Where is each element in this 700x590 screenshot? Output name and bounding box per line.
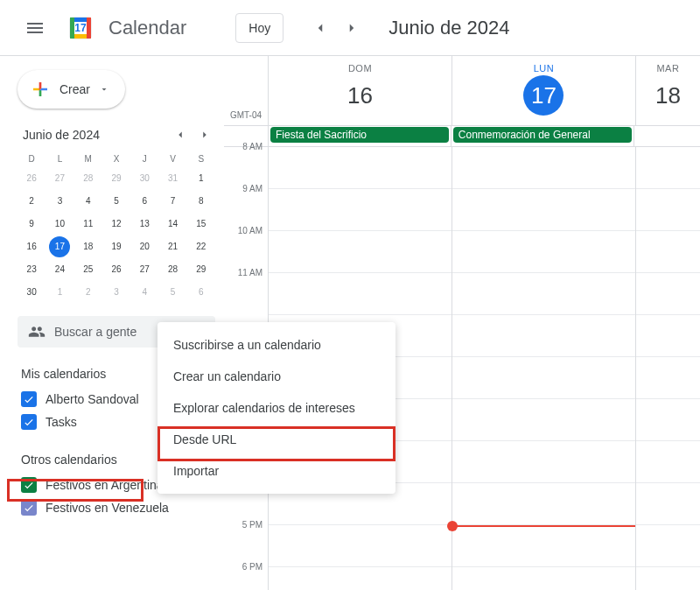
- next-period-button[interactable]: [336, 12, 368, 44]
- hour-cell[interactable]: [636, 399, 700, 441]
- hour-cell[interactable]: [452, 399, 635, 441]
- popup-menu-item[interactable]: Importar: [158, 455, 396, 487]
- day-header[interactable]: MAR18: [635, 56, 700, 125]
- allday-cell[interactable]: Conmemoración de General: [451, 126, 634, 146]
- mini-cal-day[interactable]: 25: [78, 259, 99, 280]
- mini-cal-day[interactable]: 29: [191, 259, 212, 280]
- hour-cell[interactable]: [636, 441, 700, 483]
- mini-cal-day[interactable]: 12: [106, 214, 127, 235]
- hour-cell[interactable]: [636, 189, 700, 231]
- hour-cell[interactable]: [269, 147, 452, 189]
- main-menu-button[interactable]: [14, 7, 56, 49]
- mini-cal-day[interactable]: 4: [134, 282, 155, 303]
- hour-cell[interactable]: [452, 273, 635, 315]
- hour-cell[interactable]: [452, 189, 635, 231]
- hour-cell[interactable]: [452, 567, 635, 590]
- mini-cal-day[interactable]: 26: [106, 259, 127, 280]
- mini-cal-day[interactable]: 4: [78, 191, 99, 212]
- mini-cal-day[interactable]: 16: [21, 236, 42, 257]
- mini-cal-day[interactable]: 29: [106, 168, 127, 189]
- mini-cal-day[interactable]: 3: [49, 191, 70, 212]
- hour-cell[interactable]: [269, 567, 452, 590]
- allday-event-chip[interactable]: Conmemoración de General: [453, 127, 632, 143]
- mini-cal-day[interactable]: 17: [49, 236, 70, 257]
- mini-cal-day[interactable]: 14: [163, 214, 184, 235]
- hour-cell[interactable]: [452, 231, 635, 273]
- allday-cell[interactable]: [634, 126, 700, 146]
- mini-cal-day[interactable]: 31: [163, 168, 184, 189]
- mini-cal-day[interactable]: 28: [163, 259, 184, 280]
- mini-cal-next-button[interactable]: [194, 124, 215, 145]
- hour-cell[interactable]: [636, 147, 700, 189]
- popup-menu-item[interactable]: Crear un calendario: [158, 361, 396, 392]
- mini-cal-day[interactable]: 19: [106, 236, 127, 257]
- mini-cal-day[interactable]: 6: [191, 282, 212, 303]
- allday-cell[interactable]: Fiesta del Sacrificio: [268, 126, 451, 146]
- mini-cal-day[interactable]: 11: [78, 214, 99, 235]
- mini-cal-day[interactable]: 27: [49, 168, 70, 189]
- prev-period-button[interactable]: [304, 12, 336, 44]
- mini-cal-day[interactable]: 30: [134, 168, 155, 189]
- hour-cell[interactable]: [636, 483, 700, 525]
- hour-cell[interactable]: [452, 525, 635, 567]
- mini-cal-day[interactable]: 3: [106, 282, 127, 303]
- hour-cell[interactable]: [452, 147, 635, 189]
- hour-cell[interactable]: [636, 567, 700, 590]
- hour-cell[interactable]: [452, 357, 635, 399]
- mini-cal-day[interactable]: 24: [49, 259, 70, 280]
- mini-cal-day[interactable]: 21: [163, 236, 184, 257]
- mini-cal-day[interactable]: 1: [191, 168, 212, 189]
- popup-menu-item[interactable]: Suscribirse a un calendario: [158, 329, 396, 361]
- hour-cell[interactable]: [269, 231, 452, 273]
- hour-cell[interactable]: [452, 483, 635, 525]
- day-number[interactable]: 18: [648, 75, 688, 116]
- mini-cal-day[interactable]: 20: [134, 236, 155, 257]
- hour-cell[interactable]: [636, 525, 700, 567]
- calendar-checkbox[interactable]: [21, 414, 37, 430]
- mini-cal-day[interactable]: 13: [134, 214, 155, 235]
- mini-cal-day[interactable]: 28: [78, 168, 99, 189]
- hour-cell[interactable]: [269, 189, 452, 231]
- mini-cal-day[interactable]: 8: [191, 191, 212, 212]
- hour-cell[interactable]: [269, 273, 452, 315]
- allday-event-chip[interactable]: Fiesta del Sacrificio: [270, 127, 449, 143]
- hour-cell[interactable]: [636, 231, 700, 273]
- day-header[interactable]: DOM16: [268, 56, 452, 125]
- mini-cal-day[interactable]: 23: [21, 259, 42, 280]
- hour-cell[interactable]: [452, 441, 635, 483]
- calendar-checkbox[interactable]: [21, 477, 37, 493]
- hour-cell[interactable]: [452, 315, 635, 357]
- mini-cal-day[interactable]: 7: [163, 191, 184, 212]
- mini-cal-day[interactable]: 27: [134, 259, 155, 280]
- hour-cell[interactable]: [636, 315, 700, 357]
- mini-cal-day[interactable]: 15: [191, 214, 212, 235]
- popup-menu-item[interactable]: Desde URL: [158, 424, 396, 455]
- calendar-checkbox[interactable]: [21, 500, 37, 516]
- mini-cal-day[interactable]: 18: [78, 236, 99, 257]
- today-button[interactable]: Hoy: [235, 13, 284, 43]
- mini-cal-day[interactable]: 1: [49, 282, 70, 303]
- mini-cal-day[interactable]: 5: [163, 282, 184, 303]
- popup-menu-item[interactable]: Explorar calendarios de intereses: [158, 392, 396, 424]
- time-column[interactable]: [452, 147, 635, 590]
- mini-cal-day[interactable]: 26: [21, 168, 42, 189]
- mini-cal-prev-button[interactable]: [170, 124, 191, 145]
- hour-cell[interactable]: [636, 357, 700, 399]
- create-button[interactable]: Crear: [18, 70, 125, 109]
- calendar-list-item[interactable]: Festivos en Venezuela: [18, 496, 215, 519]
- day-header[interactable]: LUN17: [452, 56, 635, 125]
- time-column[interactable]: [635, 147, 700, 590]
- hour-cell[interactable]: [269, 525, 452, 567]
- mini-cal-day[interactable]: 10: [49, 214, 70, 235]
- mini-cal-day[interactable]: 6: [134, 191, 155, 212]
- mini-cal-day[interactable]: 5: [106, 191, 127, 212]
- mini-cal-day[interactable]: 22: [191, 236, 212, 257]
- hour-cell[interactable]: [636, 273, 700, 315]
- calendar-checkbox[interactable]: [21, 391, 37, 407]
- day-number[interactable]: 16: [340, 75, 380, 116]
- mini-cal-day[interactable]: 9: [21, 214, 42, 235]
- day-number[interactable]: 17: [523, 75, 564, 116]
- mini-cal-day[interactable]: 2: [21, 191, 42, 212]
- mini-cal-day[interactable]: 30: [21, 282, 42, 303]
- mini-cal-day[interactable]: 2: [78, 282, 99, 303]
